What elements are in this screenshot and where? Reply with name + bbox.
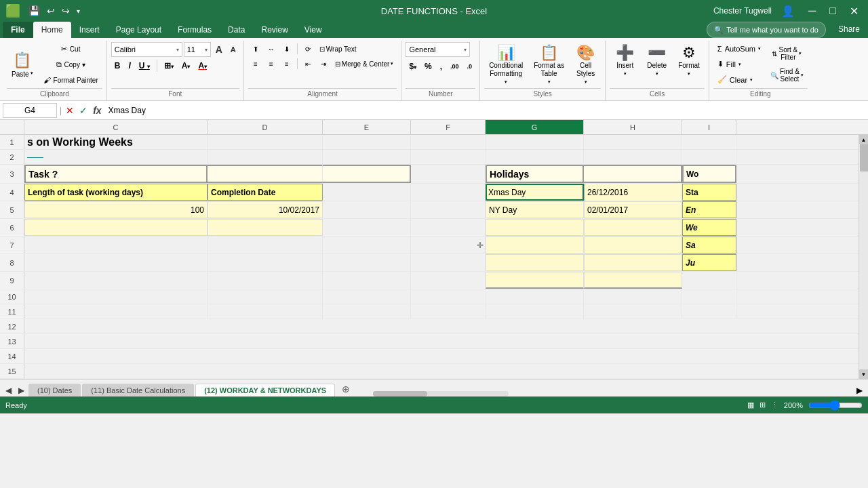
save-button[interactable]: 💾 bbox=[26, 4, 43, 18]
view-page-layout-button[interactable]: ⊞ bbox=[760, 401, 766, 409]
increase-indent-button[interactable]: ⇥ bbox=[316, 57, 331, 70]
delete-button[interactable]: ➖ Delete ▾ bbox=[642, 42, 672, 80]
cell-g8[interactable] bbox=[486, 254, 584, 271]
align-right-button[interactable]: ≡ bbox=[279, 57, 294, 70]
cell-c11[interactable] bbox=[24, 304, 208, 319]
align-bottom-button[interactable]: ⬇ bbox=[279, 42, 294, 56]
col-header-d[interactable]: D bbox=[208, 120, 323, 134]
cell-c7[interactable] bbox=[24, 237, 208, 253]
cell-h3[interactable] bbox=[584, 165, 682, 183]
format-painter-button[interactable]: 🖌 Format Painter bbox=[39, 73, 102, 87]
cell-f5[interactable] bbox=[411, 201, 486, 218]
cell-g1[interactable] bbox=[486, 135, 584, 149]
cell-i7[interactable]: Sa bbox=[682, 237, 736, 253]
sheet-tab-basic[interactable]: (11) Basic Date Calculations bbox=[82, 384, 194, 396]
fill-color-button[interactable]: A▾ bbox=[178, 58, 194, 73]
cell-i6[interactable]: We bbox=[682, 219, 736, 236]
cell-c2[interactable]: —— bbox=[24, 150, 208, 164]
cell-e1[interactable] bbox=[323, 135, 411, 149]
row-num-10[interactable]: 10 bbox=[0, 289, 24, 304]
cell-d5[interactable]: 10/02/2017 bbox=[208, 201, 323, 218]
tab-insert[interactable]: Insert bbox=[71, 22, 108, 38]
cell-g5[interactable]: NY Day bbox=[486, 201, 584, 218]
align-left-button[interactable]: ≡ bbox=[248, 57, 263, 70]
border-button[interactable]: ⊞▾ bbox=[161, 58, 177, 73]
cell-i8[interactable]: Ju bbox=[682, 254, 736, 271]
cell-d2[interactable] bbox=[208, 150, 323, 164]
cell-h2[interactable] bbox=[584, 150, 682, 164]
cell-i10[interactable] bbox=[682, 289, 736, 304]
font-name-selector[interactable]: Calibri ▾ bbox=[111, 42, 182, 57]
cell-d11[interactable] bbox=[208, 304, 323, 319]
cell-c5[interactable]: 100 bbox=[24, 201, 208, 218]
formula-input[interactable] bbox=[106, 103, 865, 118]
insert-function-button[interactable]: fx bbox=[92, 105, 102, 116]
cell-g6[interactable] bbox=[486, 219, 584, 236]
cell-g9[interactable] bbox=[486, 272, 584, 289]
cell-c10[interactable] bbox=[24, 289, 208, 304]
h-scroll-right[interactable]: ▶ bbox=[854, 384, 865, 396]
copy-button[interactable]: ⧉ Copy ▾ bbox=[39, 58, 102, 72]
cell-c1[interactable]: s on Working Weeks bbox=[24, 135, 208, 149]
cell-i2[interactable] bbox=[682, 150, 736, 164]
vertical-scrollbar[interactable]: ▲ ▼ bbox=[859, 135, 868, 379]
align-top-button[interactable]: ⬆ bbox=[248, 42, 263, 56]
format-as-table-button[interactable]: 📋 Format asTable ▾ bbox=[529, 42, 569, 88]
col-header-h[interactable]: H bbox=[584, 120, 682, 134]
col-header-g[interactable]: G bbox=[486, 120, 584, 134]
cell-f9[interactable] bbox=[411, 272, 486, 289]
row-num-4[interactable]: 4 bbox=[0, 184, 24, 201]
cancel-formula-button[interactable]: ✕ bbox=[64, 105, 75, 116]
cell-f10[interactable] bbox=[411, 289, 486, 304]
cell-f1[interactable] bbox=[411, 135, 486, 149]
undo-button[interactable]: ↩ bbox=[44, 4, 58, 18]
cell-d1[interactable] bbox=[208, 135, 323, 149]
cell-i1[interactable] bbox=[682, 135, 736, 149]
cell-e3[interactable] bbox=[323, 165, 411, 183]
scroll-down-button[interactable]: ▼ bbox=[859, 369, 869, 379]
cell-g10[interactable] bbox=[486, 289, 584, 304]
align-center-button[interactable]: ≡ bbox=[264, 57, 279, 70]
cell-h8[interactable] bbox=[584, 254, 682, 271]
cell-g7[interactable] bbox=[486, 237, 584, 253]
cell-f2[interactable] bbox=[411, 150, 486, 164]
tab-home[interactable]: Home bbox=[33, 22, 71, 38]
tab-view[interactable]: View bbox=[296, 22, 330, 38]
tab-data[interactable]: Data bbox=[220, 22, 253, 38]
cut-button[interactable]: ✂ Cut bbox=[39, 42, 102, 56]
col-header-f[interactable]: F bbox=[411, 120, 486, 134]
conditional-formatting-button[interactable]: 📊 ConditionalFormatting ▾ bbox=[484, 42, 528, 88]
cell-i11[interactable] bbox=[682, 304, 736, 319]
paste-button[interactable]: 📋 Paste▾ bbox=[7, 45, 38, 83]
row-num-2[interactable]: 2 bbox=[0, 150, 24, 164]
scroll-up-button[interactable]: ▲ bbox=[859, 135, 869, 144]
row-num-5[interactable]: 5 bbox=[0, 201, 24, 218]
cell-i3[interactable]: Wo bbox=[682, 165, 736, 183]
cell-e5[interactable] bbox=[323, 201, 411, 218]
redo-button[interactable]: ↪ bbox=[59, 4, 73, 18]
cell-d8[interactable] bbox=[208, 254, 323, 271]
tell-me-input[interactable]: 🔍 Tell me what you want to do bbox=[707, 22, 826, 38]
cell-h10[interactable] bbox=[584, 289, 682, 304]
italic-button[interactable]: I bbox=[125, 58, 134, 73]
sheet-tab-workday[interactable]: (12) WORKDAY & NETWORKDAYS bbox=[195, 384, 335, 396]
cell-c3[interactable]: Task ? bbox=[24, 165, 208, 183]
font-shrink-button[interactable]: A bbox=[227, 42, 239, 57]
sheet-tab-dates[interactable]: (10) Dates bbox=[28, 384, 81, 396]
cell-i5[interactable]: En bbox=[682, 201, 736, 218]
wrap-text-button[interactable]: ⊡Wrap Text bbox=[316, 44, 360, 54]
account-icon[interactable]: 👤 bbox=[777, 5, 799, 18]
view-page-break-button[interactable]: ⋮ bbox=[771, 401, 778, 409]
cell-i4[interactable]: Sta bbox=[682, 184, 736, 201]
insert-button[interactable]: ➕ Insert ▾ bbox=[610, 42, 640, 80]
confirm-formula-button[interactable]: ✓ bbox=[78, 105, 89, 116]
add-sheet-button[interactable]: ⊕ bbox=[336, 382, 355, 396]
cell-e6[interactable] bbox=[323, 219, 411, 236]
row-num-8[interactable]: 8 bbox=[0, 254, 24, 271]
cell-h11[interactable] bbox=[584, 304, 682, 319]
row-num-9[interactable]: 9 bbox=[0, 272, 24, 289]
cell-d4[interactable]: Completion Date bbox=[208, 184, 323, 201]
customize-qa-button[interactable]: ▾ bbox=[74, 6, 83, 16]
cell-h1[interactable] bbox=[584, 135, 682, 149]
cell-d7[interactable] bbox=[208, 237, 323, 253]
